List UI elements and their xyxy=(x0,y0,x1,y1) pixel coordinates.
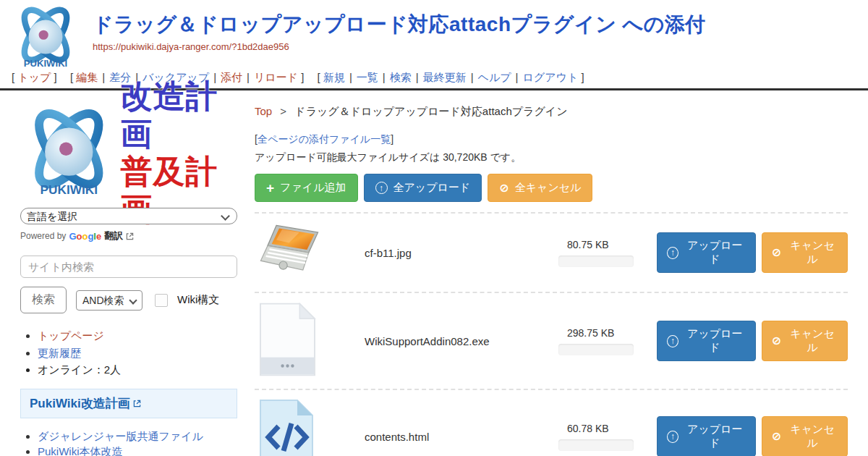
atom-logo-icon: PUKIWIKI xyxy=(12,4,80,71)
site-search-input[interactable] xyxy=(20,256,237,278)
upload-button[interactable]: ↑ アップロード xyxy=(657,321,756,361)
search-mode-wrap: AND検索 xyxy=(76,290,142,311)
search-button[interactable]: 検索 xyxy=(20,287,67,313)
upload-all-button[interactable]: ↑ 全アップロード xyxy=(364,174,482,202)
google-wordmark: Google xyxy=(69,231,101,242)
file-name: contents.html xyxy=(365,431,558,443)
progress-bar xyxy=(558,256,634,267)
table-row: WikiSupportAddin082.exe 298.75 KB ↑ アップロ… xyxy=(255,292,848,389)
laptop-photo-icon xyxy=(259,222,334,280)
sidebar-item-online-count: オンライン：2人 xyxy=(38,362,237,379)
html-file-icon xyxy=(259,399,314,456)
file-name: WikiSupportAddin082.exe xyxy=(365,335,558,347)
file-meta: 80.75 KB xyxy=(558,239,647,267)
table-row: contents.html 60.78 KB ↑ アップロード ⊘ キャンセル xyxy=(255,389,848,456)
nav-item-new[interactable]: 新規 xyxy=(323,71,345,83)
file-size: 80.75 KB xyxy=(567,239,647,250)
ban-icon: ⊘ xyxy=(772,431,781,442)
upload-button[interactable]: ↑ アップロード xyxy=(657,232,756,273)
ban-icon: ⊘ xyxy=(772,247,781,258)
sidebar-item-core-mod[interactable]: PukiWiki本体改造 xyxy=(38,445,123,456)
file-meta: 60.78 KB xyxy=(558,423,647,451)
list-item: トップページ xyxy=(38,328,237,345)
file-actions: ↑ アップロード ⊘ キャンセル xyxy=(657,232,848,273)
generic-file-icon xyxy=(259,302,316,377)
file-thumbnail-html xyxy=(255,399,365,456)
nav-item-search[interactable]: 検索 xyxy=(390,71,412,83)
plus-icon: + xyxy=(266,182,274,194)
powered-by-google: Powered by Google 翻訳 xyxy=(20,229,237,242)
breadcrumb-root[interactable]: Top xyxy=(255,105,272,117)
file-thumbnail-laptop xyxy=(255,222,365,283)
breadcrumb-current: ドラッグ＆ドロップアップロード対応attachプラグイン xyxy=(294,105,567,117)
logo-wordmark: PUKIWIKI xyxy=(24,58,68,69)
upload-button[interactable]: ↑ アップロード xyxy=(657,416,756,456)
file-actions: ↑ アップロード ⊘ キャンセル xyxy=(657,416,848,456)
sidebar-plugin-links: ダジャレンジャー版共通ファイル PukiWiki本体改造 PukiWikiテキス… xyxy=(20,428,244,456)
attach-list-line: [全ページの添付ファイル一覧] xyxy=(255,133,868,146)
main-content: Top > ドラッグ＆ドロップアップロード対応attachプラグイン [全ページ… xyxy=(240,90,868,456)
banner-line-kaizou: 改造計画 xyxy=(121,77,237,153)
breadcrumb: Top > ドラッグ＆ドロップアップロード対応attachプラグイン xyxy=(255,105,868,119)
sidebar-section-title[interactable]: PukiWiki改造計画 xyxy=(20,389,237,418)
nav-item-list[interactable]: 一覧 xyxy=(357,71,378,83)
table-row: cf-b11.jpg 80.75 KB ↑ アップロード ⊘ キャンセル xyxy=(255,212,848,292)
page-header: PUKIWIKI ドラッグ＆ドロップアップロード対応attachプラグイン への… xyxy=(0,0,868,69)
external-link-icon xyxy=(133,400,141,408)
wiki-syntax-label: Wiki構文 xyxy=(177,293,219,307)
max-filesize-text: アップロード可能最大ファイルサイズは 30,720KB です。 xyxy=(255,151,868,164)
file-name: cf-b11.jpg xyxy=(365,247,558,259)
file-thumbnail-generic xyxy=(255,302,365,380)
banner-text: 改造計画 普及計画 xyxy=(121,77,237,228)
atom-logo-icon: PUKIWIKI xyxy=(20,106,118,200)
logo-wordmark: PUKIWIKI xyxy=(41,182,98,197)
add-file-button[interactable]: + ファイル追加 xyxy=(255,174,358,202)
sidebar-banner[interactable]: PUKIWIKI 改造計画 普及計画 xyxy=(20,105,237,200)
list-item: PukiWiki本体改造 xyxy=(38,444,244,456)
language-select[interactable]: 言語を選択 xyxy=(20,208,237,224)
translate-label[interactable]: 翻訳 xyxy=(104,229,123,242)
nav-item-logout[interactable]: ログアウト xyxy=(523,71,579,83)
wiki-syntax-checkbox[interactable] xyxy=(155,294,168,307)
progress-bar xyxy=(558,439,634,451)
nav-item-recent[interactable]: 最終更新 xyxy=(423,71,467,83)
sidebar: PUKIWIKI 改造計画 普及計画 言語を選択 Powered by Goog… xyxy=(0,90,240,456)
file-meta: 298.75 KB xyxy=(558,327,647,355)
file-actions: ↑ アップロード ⊘ キャンセル xyxy=(657,321,848,361)
ban-icon: ⊘ xyxy=(772,335,781,347)
upload-icon: ↑ xyxy=(667,335,678,347)
upload-icon: ↑ xyxy=(667,431,678,443)
page-url[interactable]: https://pukiwiki.dajya-ranger.com/?1bd2d… xyxy=(93,41,868,52)
cancel-all-button[interactable]: ⊘ 全キャンセル xyxy=(488,174,592,202)
bulk-actions: + ファイル追加 ↑ 全アップロード ⊘ 全キャンセル xyxy=(255,174,868,202)
cancel-button[interactable]: ⊘ キャンセル xyxy=(762,321,848,361)
nav-item-reload[interactable]: リロード xyxy=(254,71,298,83)
cancel-button[interactable]: ⊘ キャンセル xyxy=(762,232,848,273)
sidebar-item-toppage[interactable]: トップページ xyxy=(38,329,104,342)
ban-icon: ⊘ xyxy=(499,182,509,194)
page-title: ドラッグ＆ドロップアップロード対応attachプラグイン への添付 xyxy=(93,13,868,36)
file-size: 60.78 KB xyxy=(567,423,647,434)
sidebar-quick-links: トップページ 更新履歴 オンライン：2人 xyxy=(20,328,237,379)
sidebar-item-common-files[interactable]: ダジャレンジャー版共通ファイル xyxy=(38,430,203,442)
upload-icon: ↑ xyxy=(667,247,678,259)
language-select-wrap: 言語を選択 xyxy=(20,208,237,224)
nav-item-help[interactable]: ヘルプ xyxy=(478,71,511,83)
upload-file-list: cf-b11.jpg 80.75 KB ↑ アップロード ⊘ キャンセル xyxy=(255,212,868,456)
upload-icon: ↑ xyxy=(375,182,388,194)
file-size: 298.75 KB xyxy=(567,327,647,339)
external-link-icon xyxy=(126,232,134,240)
sidebar-item-recent-changes[interactable]: 更新履歴 xyxy=(38,347,81,359)
search-mode-select[interactable]: AND検索 xyxy=(76,290,142,311)
all-pages-attach-link[interactable]: 全ページの添付ファイル一覧 xyxy=(258,133,391,145)
pukiwiki-logo-icon[interactable]: PUKIWIKI xyxy=(12,4,80,74)
cancel-button[interactable]: ⊘ キャンセル xyxy=(762,416,848,456)
progress-bar xyxy=(558,344,634,355)
list-item: 更新履歴 xyxy=(38,345,237,362)
list-item: ダジャレンジャー版共通ファイル xyxy=(38,428,244,444)
